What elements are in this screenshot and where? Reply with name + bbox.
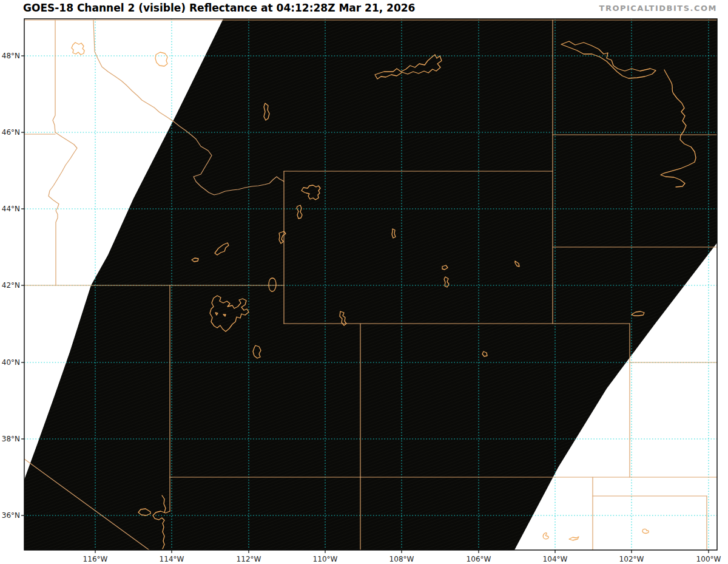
lon-tick-label: 114°W: [153, 554, 190, 564]
lon-tick-label: 102°W: [613, 554, 650, 564]
lat-tick-label: 40°N: [0, 358, 20, 367]
scan-area: [24, 19, 717, 550]
lat-tick-label: 36°N: [0, 511, 20, 520]
map-canvas: GOES-18 Channel 2 (visible) Reflectance …: [0, 0, 728, 564]
lon-tick-label: 108°W: [383, 554, 420, 564]
border-wa-id: [53, 20, 55, 132]
satellite-map: [0, 0, 728, 564]
lat-tick-label: 42°N: [0, 280, 20, 290]
conchas-lake: [543, 533, 548, 539]
lon-tick-label: 104°W: [537, 554, 573, 564]
lake-pend-oreille: [72, 42, 84, 55]
ute-reservoir: [569, 537, 579, 540]
scan-sector-texture: [24, 19, 717, 550]
lon-tick-label: 110°W: [307, 554, 343, 564]
lon-tick-label: 112°W: [231, 554, 267, 564]
lat-tick-label: 48°N: [0, 51, 20, 61]
flathead-lake: [155, 52, 167, 66]
lake-meredith: [642, 529, 649, 533]
lon-tick-label: 106°W: [460, 554, 497, 564]
lat-tick-label: 44°N: [0, 204, 20, 214]
lon-tick-label: 100°W: [690, 554, 727, 564]
lat-tick-label: 46°N: [0, 127, 20, 137]
lon-tick-label: 116°W: [77, 554, 113, 564]
lat-tick-label: 38°N: [0, 434, 20, 444]
